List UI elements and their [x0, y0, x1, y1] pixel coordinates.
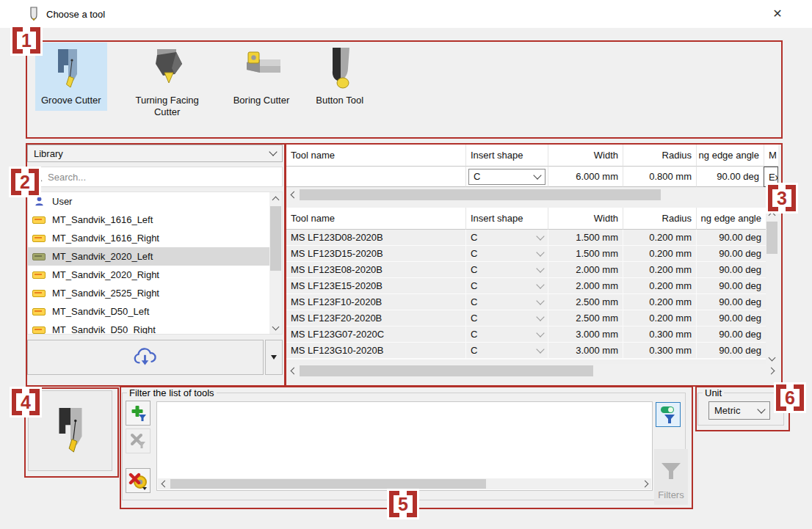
download-options-button[interactable] [265, 340, 283, 375]
scroll-thumb[interactable] [300, 365, 593, 376]
scroll-left-icon[interactable] [286, 365, 299, 377]
insert-shape-cell[interactable]: C [465, 310, 548, 326]
table-row[interactable]: MS LF123G10-2020B C 3.000 mm 0.300 mm 90… [286, 343, 766, 359]
table-row[interactable]: MS LF123F10-2020B C 2.500 mm 0.200 mm 90… [286, 294, 766, 310]
column-header[interactable]: Insert shape [465, 208, 548, 230]
edge-angle-cell[interactable]: 90.00 deg [696, 294, 766, 310]
filter-radius-cell[interactable]: 0.800 mm [623, 167, 696, 187]
insert-shape-cell[interactable]: C [465, 343, 548, 359]
scroll-right-icon[interactable] [766, 189, 778, 201]
tool-name-cell[interactable]: MS LF123E08-2020B [286, 262, 465, 278]
width-cell[interactable]: 2.500 mm [548, 294, 623, 310]
filters-button[interactable]: Filters [654, 449, 688, 505]
edge-angle-cell[interactable]: 90.00 deg [696, 310, 766, 326]
add-filter-button[interactable] [126, 401, 151, 426]
insert-shape-cell[interactable]: C [465, 262, 548, 278]
tools-table-vscrollbar[interactable] [766, 208, 778, 365]
tool-name-cell[interactable]: MS LF123F20-2020B [286, 310, 465, 326]
scroll-right-icon[interactable] [766, 365, 778, 377]
edge-angle-cell[interactable]: 90.00 deg [696, 246, 766, 262]
tool-name-cell[interactable]: MS LF123G07-2020C [286, 326, 465, 343]
tool-name-cell[interactable]: MS LF123D15-2020B [286, 246, 465, 262]
insert-shape-combo[interactable]: C [468, 169, 545, 185]
insert-shape-cell[interactable]: C [465, 246, 548, 262]
tree-scrollbar[interactable] [269, 192, 282, 334]
insert-shape-cell[interactable]: C [465, 326, 548, 343]
close-icon[interactable]: ✕ [765, 1, 790, 25]
scroll-down-icon[interactable] [269, 321, 282, 334]
column-header[interactable]: Radius [623, 145, 696, 167]
unit-combo[interactable]: Metric [708, 401, 770, 420]
insert-shape-cell[interactable]: C [465, 278, 548, 294]
table-row[interactable]: MS LF123D15-2020B C 1.500 mm 0.200 mm 90… [286, 246, 766, 262]
edge-angle-cell[interactable]: 90.00 deg [696, 326, 766, 343]
width-cell[interactable]: 2.000 mm [548, 278, 623, 294]
filter-table-hscrollbar[interactable] [286, 189, 778, 201]
library-tree-item[interactable]: MT_Sandvik_1616_Left [28, 211, 282, 229]
radius-cell[interactable]: 0.200 mm [623, 310, 696, 326]
tool-type-boring-cutter[interactable]: Boring Cutter [228, 43, 296, 111]
filter-mounting-cell[interactable]: Ext [764, 167, 778, 187]
filter-width-cell[interactable]: 6.000 mm [548, 167, 623, 187]
column-header[interactable]: Tool name [286, 208, 465, 230]
column-header[interactable]: Width [548, 145, 623, 167]
scroll-down-icon[interactable] [766, 352, 778, 365]
radius-cell[interactable]: 0.200 mm [623, 278, 696, 294]
edge-angle-cell[interactable]: 90.00 deg [696, 230, 766, 246]
filter-tool-name-cell[interactable] [286, 167, 465, 187]
radius-cell[interactable]: 0.200 mm [623, 262, 696, 278]
search-input[interactable]: Search... [27, 167, 283, 187]
insert-shape-cell[interactable]: C [465, 230, 548, 246]
width-cell[interactable]: 1.500 mm [548, 230, 623, 246]
library-source-combo[interactable]: Library [27, 145, 283, 162]
tool-name-cell[interactable]: MS LF123G10-2020B [286, 343, 465, 359]
radius-cell[interactable]: 0.300 mm [623, 326, 696, 343]
scroll-left-icon[interactable] [158, 478, 169, 489]
column-header[interactable]: Radius [623, 208, 696, 230]
library-tree-item[interactable]: MT_Sandvik_D50_Right [28, 321, 282, 335]
library-tree-item[interactable]: MT_Sandvik_1616_Right [28, 229, 282, 247]
radius-cell[interactable]: 0.300 mm [623, 343, 696, 359]
radius-cell[interactable]: 0.200 mm [623, 246, 696, 262]
clear-filters-button[interactable] [126, 468, 151, 493]
column-header[interactable]: Insert shape [465, 145, 548, 167]
library-tree-item[interactable]: MT_Sandvik_D50_Left [28, 302, 282, 321]
library-tree-item[interactable]: MT_Sandvik_2020_Left [28, 247, 282, 266]
edge-angle-cell[interactable]: 90.00 deg [696, 278, 766, 294]
library-tree-item[interactable]: User [28, 192, 282, 211]
column-header[interactable]: Tool name [286, 145, 465, 167]
table-row[interactable]: MS LF123E08-2020B C 2.000 mm 0.200 mm 90… [286, 262, 766, 278]
scroll-up-icon[interactable] [766, 208, 778, 220]
width-cell[interactable]: 2.500 mm [548, 310, 623, 326]
scroll-thumb[interactable] [270, 206, 281, 271]
table-row[interactable]: MS LF123F20-2020B C 2.500 mm 0.200 mm 90… [286, 310, 766, 326]
scroll-right-icon[interactable] [640, 478, 651, 489]
remove-filter-button[interactable] [126, 428, 151, 453]
download-library-button[interactable] [27, 340, 264, 375]
filters-list-hscrollbar[interactable] [158, 478, 651, 489]
library-tree-item[interactable]: MT_Sandvik_2020_Right [28, 266, 282, 284]
tool-name-cell[interactable]: MS LF123E15-2020B [286, 278, 465, 294]
tool-name-cell[interactable]: MS LF123D08-2020B [286, 230, 465, 246]
tool-type-turning-facing-cutter[interactable]: Turning Facing Cutter [122, 43, 213, 123]
scroll-up-icon[interactable] [269, 192, 282, 205]
table-row[interactable]: MS LF123E15-2020B C 2.000 mm 0.200 mm 90… [286, 278, 766, 294]
tools-table-hscrollbar[interactable] [286, 365, 778, 377]
scroll-thumb[interactable] [300, 189, 661, 200]
edge-angle-cell[interactable]: 90.00 deg [696, 262, 766, 278]
active-filters-list[interactable] [156, 401, 653, 491]
column-header[interactable]: ng edge angle [696, 208, 766, 230]
width-cell[interactable]: 2.000 mm [548, 262, 623, 278]
table-row[interactable]: MS LF123D08-2020B C 1.500 mm 0.200 mm 90… [286, 230, 766, 246]
scroll-thumb[interactable] [170, 479, 486, 489]
tool-name-cell[interactable]: MS LF123F10-2020B [286, 294, 465, 310]
toggle-filter-button[interactable] [656, 402, 681, 427]
column-header[interactable]: M [764, 145, 778, 167]
tool-type-button-tool[interactable]: Button Tool [310, 43, 369, 111]
radius-cell[interactable]: 0.200 mm [623, 294, 696, 310]
column-header[interactable]: Width [548, 208, 623, 230]
tool-type-groove-cutter[interactable]: Groove Cutter [35, 43, 107, 111]
radius-cell[interactable]: 0.200 mm [623, 230, 696, 246]
insert-shape-cell[interactable]: C [465, 294, 548, 310]
scroll-thumb[interactable] [766, 222, 777, 254]
